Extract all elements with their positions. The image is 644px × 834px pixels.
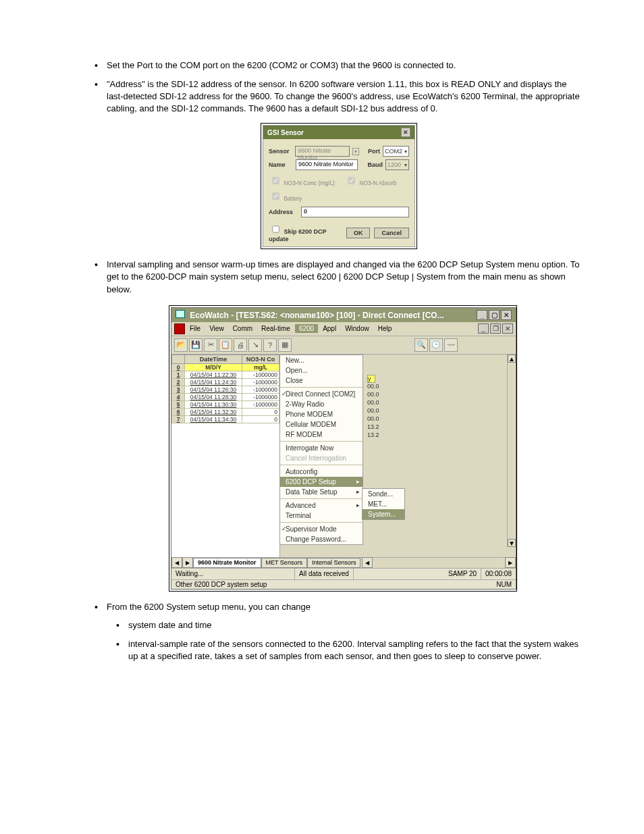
address-field[interactable]: 0 [301,207,409,217]
tab-9600-nitrate[interactable]: 9600 Nitrate Monitor [193,558,261,568]
baud-label: Baud [367,161,383,168]
address-label: Address [269,209,297,215]
tab-next-icon[interactable]: ▶ [182,557,193,568]
menu-item-cellular-modem[interactable]: Cellular MODEM [280,419,363,429]
tab-internal-sensors[interactable]: Internal Sensors [307,558,361,568]
menu-item-open[interactable]: Open... [280,365,363,375]
chart-icon[interactable]: 〰 [444,338,458,352]
menu-item-rf-modem[interactable]: RF MODEM [280,429,363,440]
menu-item-interrogate-now[interactable]: Interrogate Now [280,443,363,453]
body-text: Set the Port to the COM port on the 6200… [107,59,583,73]
menu-item-autoconfig[interactable]: Autoconfig [280,467,363,477]
app-icon [176,310,185,318]
mdi-minimize-icon[interactable]: _ [478,323,489,334]
menu-item-cancel-interrogation: Cancel Interrogation [280,453,363,463]
maximize-icon[interactable]: ▢ [489,310,500,320]
submenu-met[interactable]: MET... [363,499,404,509]
minimize-icon[interactable]: _ [477,310,487,320]
sensor-select[interactable]: 9600 Nitrate Monitor [295,146,350,157]
doc-icon [174,323,185,334]
body-text: interval-sample rate of the sensors conn… [128,638,583,662]
copy-icon[interactable]: 📋 [219,338,232,352]
menu-item-supervisor-mode[interactable]: Supervisor Mode [280,524,363,534]
bullet-icon: • [116,619,128,633]
menu-item-terminal[interactable]: Terminal [280,511,363,521]
menu-item-data-table-setup[interactable]: Data Table Setup [280,487,363,497]
close-icon[interactable]: ✕ [501,310,512,320]
gsi-sensor-dialog: GSI Sensor ✕ Sensor 9600 Nitrate Monitor… [263,125,415,247]
skip-dcp-checkbox[interactable]: Skip 6200 DCP update [269,223,346,242]
status-samp: SAMP 20 [444,569,481,579]
menu-appl[interactable]: Appl [319,324,340,333]
menu-realtime[interactable]: Real-time [257,324,294,333]
tab-met-sensors[interactable]: MET Sensors [261,558,307,568]
vertical-scrollbar[interactable]: ▲ ▼ [507,355,516,547]
menu-window[interactable]: Window [341,324,373,333]
menu-item-close[interactable]: Close [280,375,363,386]
menu-file[interactable]: File [186,324,205,333]
dialog-title: GSI Sensor [267,129,304,136]
body-text: Interval sampling and sensor warm-up tim… [107,259,583,296]
arrow-icon[interactable]: ↘ [248,338,262,352]
no3n-conc-checkbox[interactable]: NO3-N Conc (mg/L) [269,174,335,187]
menu-item-direct-connect[interactable]: Direct Connect [COM2] [280,389,363,399]
bullet-icon: • [116,638,128,662]
no3n-absorb-checkbox[interactable]: NO3-N Absorb [344,174,397,187]
scroll-down-icon[interactable]: ▼ [508,539,516,547]
menu-help[interactable]: Help [374,324,396,333]
ecowatch-window: EcoWatch - [TEST.S62: <noname100> [100] … [171,307,516,590]
open-icon[interactable]: 📂 [174,338,188,352]
col-no3n: NO3-N Co [242,355,279,363]
submenu-system[interactable]: System... [363,509,404,519]
col-datetime: DateTime [185,355,242,363]
status-waiting: Waiting... [171,569,295,579]
cancel-button[interactable]: Cancel [374,228,409,238]
submenu-sonde[interactable]: Sonde... [363,489,404,499]
window-title: EcoWatch - [TEST.S62: <noname100> [100] … [190,311,444,320]
zoom-icon[interactable]: 🔍 [414,338,428,352]
bullet-icon: • [95,78,107,115]
baud-select[interactable]: 1200▾ [385,159,409,170]
menu-item-phone-modem[interactable]: Phone MODEM [280,409,363,419]
grid-icon[interactable]: ▦ [278,338,292,352]
bullet-icon: • [95,59,107,73]
extra-column: y 00.0 00.0 00.0 00.0 00.0 13.2 13.2 [367,375,379,440]
menu-item-advanced[interactable]: Advanced [280,500,363,511]
sensor-label: Sensor [269,148,292,155]
bullet-icon: • [95,259,107,296]
ok-button[interactable]: OK [346,228,371,238]
mgl-header: mg/L [242,363,279,371]
mdi-close-icon[interactable]: ✕ [502,323,513,334]
menu-item-2way-radio[interactable]: 2-Way Radio [280,399,363,409]
help-icon[interactable]: ? [263,338,277,352]
menu-6200-dropdown: New... Open... Close Direct Connect [COM… [279,355,363,545]
close-icon[interactable]: ✕ [401,128,410,137]
port-select[interactable]: COM2▾ [383,146,409,157]
status-all-received: All data received [295,569,354,579]
chevron-down-icon[interactable]: ▾ [352,148,359,155]
save-icon[interactable]: 💾 [189,338,203,352]
clock-icon[interactable]: 🕒 [429,338,443,352]
tab-prev-icon[interactable]: ◀ [171,557,182,568]
menu-item-new[interactable]: New... [280,355,363,365]
menu-item-6200-dcp-setup[interactable]: 6200 DCP Setup [280,477,363,487]
tab-scroll-right-icon[interactable]: ▶ [505,557,516,568]
print-icon[interactable]: 🖨 [234,338,247,352]
menu-6200[interactable]: 6200 [295,324,318,333]
menu-view[interactable]: View [205,324,228,333]
data-table: DateTime NO3-N Co 0 M/D/Y mg/L 104/15/04… [171,355,280,557]
scroll-up-icon[interactable]: ▲ [508,355,516,363]
menu-comm[interactable]: Comm [229,324,257,333]
battery-checkbox[interactable]: Battery [269,190,302,203]
tab-scroll-left-icon[interactable]: ◀ [362,557,373,568]
body-text: "Address" is the SDI-12 address of the s… [107,78,583,115]
bullet-icon: • [95,601,107,615]
status-bar-text: Other 6200 DCP system setup [176,581,267,588]
menu-item-change-password[interactable]: Change Password... [280,534,363,544]
status-num: NUM [496,581,512,588]
name-field[interactable]: 9600 Nitrate Monitor [296,159,358,170]
body-text: system date and time [128,619,583,633]
body-text: From the 6200 System setup menu, you can… [107,601,583,615]
mdi-restore-icon[interactable]: ❐ [490,323,501,334]
cut-icon[interactable]: ✂ [204,338,217,352]
